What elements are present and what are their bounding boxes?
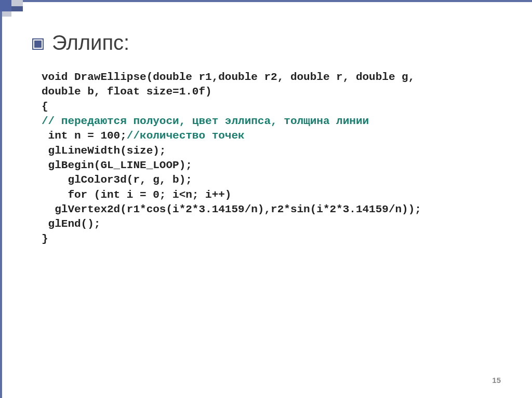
- left-border: [0, 11, 2, 398]
- code-line: glBegin(GL_LINE_LOOP);: [42, 159, 192, 171]
- code-line: void DrawEllipse(double r1,double r2, do…: [42, 71, 415, 83]
- code-line: int n = 100;: [42, 130, 127, 142]
- code-line: glEnd();: [42, 218, 100, 230]
- code-line: glLineWidth(size);: [42, 145, 166, 157]
- code-line: glColor3d(r, g, b);: [42, 174, 192, 186]
- slide: Эллипс: void DrawEllipse(double r1,doubl…: [0, 0, 532, 398]
- code-line: double b, float size=1.0f): [42, 86, 212, 98]
- code-comment: // передаются полуоси, цвет эллипса, тол…: [42, 115, 369, 127]
- code-line: }: [42, 233, 48, 245]
- code-line: {: [42, 101, 48, 113]
- code-block: void DrawEllipse(double r1,double r2, do…: [42, 70, 501, 246]
- decoration-square: [2, 11, 11, 17]
- heading-row: Эллипс:: [32, 31, 129, 54]
- slide-title: Эллипс:: [52, 31, 129, 54]
- code-line: for (int i = 0; i<n; i++): [42, 189, 231, 201]
- code-line: glVertex2d(r1*cos(i*2*3.14159/n),r2*sin(…: [42, 203, 421, 215]
- bullet-icon: [32, 38, 44, 50]
- slide-number: 15: [492, 376, 501, 385]
- code-comment: //количество точек: [127, 130, 245, 142]
